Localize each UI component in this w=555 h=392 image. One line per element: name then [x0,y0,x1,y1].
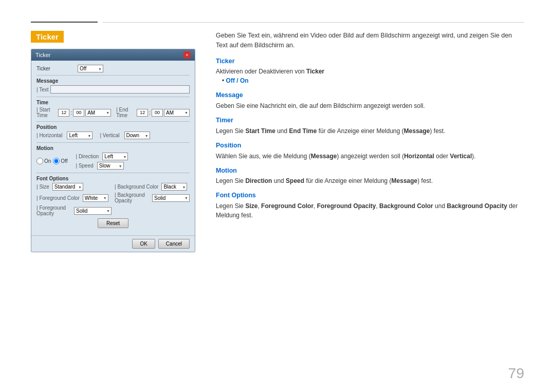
ok-button[interactable]: OK [132,239,155,249]
speed-row: | Speed Slow Normal Fast [76,162,128,170]
rule-long [103,22,524,23]
motion-controls: | Direction Left Right | Speed [76,153,128,170]
end-ampm-select[interactable]: AM PM [164,109,190,117]
speed-select[interactable]: Slow Normal Fast [97,162,124,170]
text-label: | Text [36,87,49,92]
ticker-row: Ticker Off On [36,65,190,72]
desc-ticker-heading: Ticker [216,57,524,66]
end-min[interactable] [152,109,163,117]
fg-opacity-select[interactable]: Solid Transparent [74,207,112,215]
bg-opacity-select[interactable]: Solid Transparent [152,194,190,202]
fg-color-select[interactable]: White Black Red [83,194,108,202]
start-time-box: : AM PM [58,109,111,117]
motion-radio-group: On Off [36,158,68,164]
vertical-label: | Vertical [100,133,119,138]
bg-color-select-wrap[interactable]: Black White Red [161,183,187,191]
dialog: Ticker × Ticker Off On Me [31,49,195,252]
right-panel: Geben Sie Text ein, während ein Video od… [216,31,524,371]
desc-message-heading: Message [216,90,524,100]
desc-font-options-heading: Font Options [216,191,524,200]
divider-2 [36,97,190,97]
text-row: | Text [36,85,190,94]
end-time-box: : AM PM [137,109,190,117]
position-section-label: Position [36,124,190,130]
desc-motion: Motion Legen Sie Direction und Speed für… [216,166,524,186]
divider-4 [36,142,190,143]
ticker-select-wrap[interactable]: Off On [78,65,103,72]
divider-5 [36,173,190,173]
end-colon: : [149,110,151,116]
fg-color-row: | Foreground Color White Black Red [36,192,112,203]
horizontal-select[interactable]: Left Right Center [67,132,92,139]
dialog-footer: OK Cancel [31,235,195,252]
bg-opacity-row: | Background Opacity Solid Transparent [115,192,190,203]
page-number: 79 [508,365,524,382]
fg-color-label: | Foreground Color [36,195,80,201]
desc-motion-heading: Motion [216,166,524,176]
motion-off-radio[interactable]: Off [53,158,67,164]
motion-off-input[interactable] [53,158,60,164]
text-input[interactable] [50,85,190,94]
left-panel: Ticker Ticker × Ticker Off On [31,31,200,371]
start-colon: : [70,110,72,116]
desc-position: Position Wählen Sie aus, wie die Meldung… [216,141,524,161]
bg-opacity-select-wrap[interactable]: Solid Transparent [152,194,190,202]
vertical-select-wrap[interactable]: Down Up Middle [124,132,150,139]
dialog-close-button[interactable]: × [183,51,191,59]
start-time-label: | Start Time [36,107,54,118]
fg-opacity-select-wrap[interactable]: Solid Transparent [74,207,112,215]
direction-row: | Direction Left Right [76,153,128,160]
direction-select-wrap[interactable]: Left Right [102,153,128,160]
time-section: Time | Start Time : AM PM [36,100,190,118]
cancel-button[interactable]: Cancel [158,239,190,249]
desc-motion-text: Legen Sie Direction und Speed für die An… [216,176,524,185]
bg-opacity-label: | Background Opacity [115,192,149,203]
direction-select[interactable]: Left Right [102,153,128,160]
end-ampm-wrap[interactable]: AM PM [164,109,190,117]
divider-1 [36,75,190,76]
start-min[interactable] [73,109,84,117]
motion-off-label: Off [61,158,67,164]
bg-color-label: | Background Color [115,184,158,190]
intro-text: Geben Sie Text ein, während ein Video od… [216,31,524,50]
time-row: | Start Time : AM PM [36,107,190,118]
speed-select-wrap[interactable]: Slow Normal Fast [97,162,124,170]
bg-color-select[interactable]: Black White Red [161,183,187,191]
position-row: | Horizontal Left Right Center | Vertica… [36,132,190,139]
end-hour[interactable] [137,109,148,117]
top-rules [31,22,524,23]
font-options-label: Font Options [36,176,190,181]
motion-section-label: Motion [36,145,190,151]
desc-position-heading: Position [216,141,524,151]
size-label: | Size [36,184,49,190]
ticker-field-label: Ticker [36,66,78,71]
start-ampm-select[interactable]: AM PM [85,109,111,117]
message-section: Message | Text [36,78,190,94]
font-grid: | Size Standard Small Large | [36,183,190,216]
ticker-select[interactable]: Off On [78,65,103,72]
motion-row: On Off | Direction [36,153,190,170]
desc-font-options: Font Options Legen Sie Size, Foreground … [216,191,524,220]
desc-timer-heading: Timer [216,116,524,125]
reset-button[interactable]: Reset [98,218,128,228]
dialog-body: Ticker Off On Message | Text [31,61,195,235]
motion-section: Motion On Off [36,145,190,170]
time-section-label: Time [36,100,190,105]
message-section-label: Message [36,78,190,84]
rule-short [31,22,98,23]
size-select-wrap[interactable]: Standard Small Large [52,183,83,191]
start-ampm-wrap[interactable]: AM PM [85,109,111,117]
start-hour[interactable] [58,109,69,117]
motion-on-input[interactable] [36,158,43,164]
vertical-select[interactable]: Down Up Middle [124,132,150,139]
size-select[interactable]: Standard Small Large [52,183,83,191]
end-time-label: | End Time [116,107,133,118]
horizontal-select-wrap[interactable]: Left Right Center [67,132,92,139]
desc-message: Message Geben Sie eine Nachricht ein, di… [216,90,524,110]
main-content: Ticker Ticker × Ticker Off On [31,31,524,371]
position-section: Position | Horizontal Left Right Center … [36,124,190,139]
desc-message-text: Geben Sie eine Nachricht ein, die auf de… [216,101,524,110]
desc-ticker: Ticker Aktivieren oder Deaktivieren von … [216,57,524,86]
motion-on-radio[interactable]: On [36,158,51,164]
fg-color-select-wrap[interactable]: White Black Red [83,194,108,202]
